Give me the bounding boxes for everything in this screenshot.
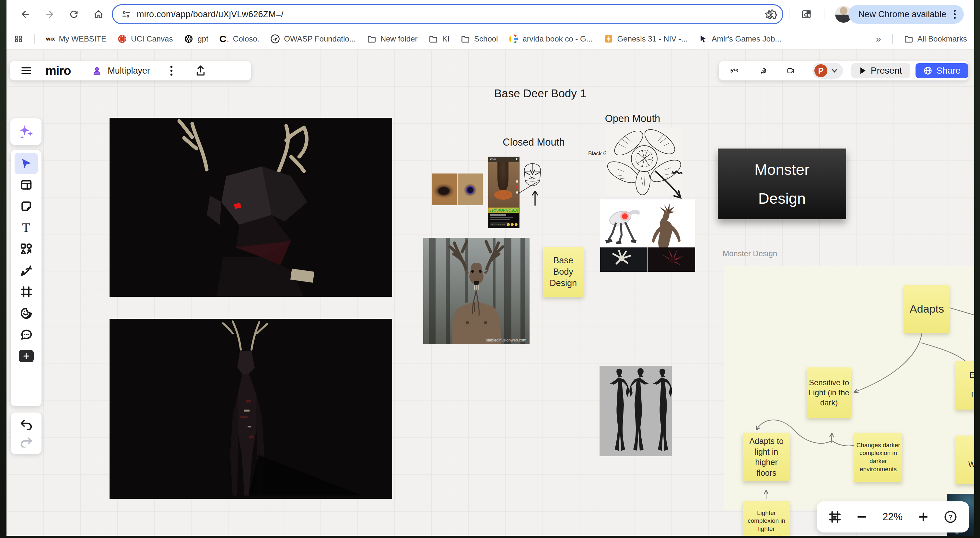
- shapes-tool[interactable]: [14, 238, 38, 260]
- bookmark-new-folder[interactable]: New folder: [367, 34, 418, 44]
- export-board-icon[interactable]: [196, 65, 206, 76]
- bookmark-coloso[interactable]: C. Coloso.: [220, 34, 259, 44]
- text-tool[interactable]: T: [14, 217, 38, 238]
- creation-toolbar: T: [11, 150, 41, 406]
- side-panel-search-icon[interactable]: [800, 8, 813, 21]
- wix-icon: wix: [46, 36, 55, 42]
- extensions-icon[interactable]: [766, 8, 779, 21]
- bookmark-uci-canvas[interactable]: UCI Canvas: [117, 34, 173, 44]
- bookmark-genesis[interactable]: Genesis 31 - NIV -...: [604, 34, 688, 44]
- miro-logo[interactable]: miro: [45, 64, 71, 78]
- sticker-tool[interactable]: [14, 303, 38, 324]
- zoom-level[interactable]: 22%: [883, 511, 902, 523]
- bookmarks-overflow-chevron[interactable]: »: [876, 34, 881, 45]
- svg-text:?: ?: [948, 513, 953, 521]
- canvas-heading[interactable]: Base Deer Body 1: [472, 87, 608, 100]
- forward-icon[interactable]: [43, 8, 56, 21]
- bookmark-school[interactable]: School: [460, 34, 498, 44]
- deer-eyes-image[interactable]: [432, 174, 483, 205]
- board-title[interactable]: Multiplayer: [108, 66, 150, 76]
- adapts-sticky[interactable]: Adapts: [904, 285, 950, 333]
- main-menu-button[interactable]: [21, 67, 31, 75]
- bookmark-arvida[interactable]: arvida book co - G...: [509, 34, 592, 44]
- sticky-note-tool[interactable]: [14, 196, 38, 217]
- chrome-update-button[interactable]: New Chrome available: [848, 5, 964, 24]
- bookmark-my-website[interactable]: wix My WEBSITE: [46, 34, 106, 43]
- reactions-doodle-icon[interactable]: [730, 65, 738, 77]
- share-button[interactable]: Share: [915, 63, 968, 78]
- zoom-out-icon[interactable]: [856, 511, 867, 522]
- coloso-icon: C.: [220, 34, 229, 44]
- comment-tool[interactable]: [14, 324, 38, 345]
- templates-tool[interactable]: [14, 174, 38, 196]
- help-icon[interactable]: ?: [944, 510, 957, 524]
- chrome-update-label: New Chrome available: [858, 10, 946, 19]
- closed-mouth-label[interactable]: Closed Mouth: [469, 137, 598, 148]
- fit-to-screen-icon[interactable]: [828, 511, 841, 524]
- add-more-tools-button[interactable]: [14, 345, 38, 367]
- chrome-menu-dots-icon[interactable]: [953, 9, 956, 20]
- multiplayer-user-icon: [92, 66, 102, 75]
- deer-body-render-image[interactable]: [110, 319, 392, 499]
- user-avatar-menu[interactable]: P: [813, 62, 843, 79]
- changes-darker-sticky[interactable]: Changes darker complexion in darker envi…: [854, 433, 902, 482]
- folder-icon: [460, 34, 470, 44]
- base-body-design-sticky[interactable]: Base Body Design: [543, 247, 584, 297]
- phone-video-screenshot-image[interactable]: 2:54▮ TRYPOPHOBIA Add comment...: [488, 156, 520, 228]
- folder-icon: [904, 34, 913, 44]
- chat-icon[interactable]: [760, 64, 767, 77]
- chevron-down-icon: [831, 69, 838, 73]
- bookmark-gpt[interactable]: gpt: [184, 34, 208, 44]
- video-caption: TRYPOPHOBIA: [490, 208, 518, 213]
- zoom-in-icon[interactable]: [918, 511, 929, 522]
- frame-label[interactable]: Monster Design: [723, 249, 777, 258]
- phone-status-icons: ▮: [516, 157, 517, 162]
- present-button[interactable]: Present: [851, 63, 911, 78]
- echo-sticky-clipped[interactable]: Echol S Perc: [955, 361, 974, 410]
- all-bookmarks-button[interactable]: All Bookmarks: [904, 34, 967, 44]
- folder-icon: [428, 34, 438, 44]
- back-icon[interactable]: [19, 8, 32, 21]
- deer-snout-shape: [498, 162, 509, 192]
- food-bowl-shape: [494, 190, 512, 200]
- bookmark-owasp[interactable]: OWASP Foundatio...: [270, 34, 355, 44]
- browser-window: miro.com/app/board/uXjVLw626ZM=/ New Chr…: [6, 0, 974, 536]
- openai-icon: [184, 34, 194, 44]
- video-call-icon[interactable]: [787, 65, 794, 76]
- sensitive-to-light-sticky[interactable]: Sensitive to Light (in the dark): [807, 367, 851, 418]
- redo-icon[interactable]: [20, 436, 33, 447]
- ai-assistant-button[interactable]: [10, 118, 41, 145]
- miro-board-canvas[interactable]: Base Deer Body 1 Closed Mouth Open Mouth…: [6, 49, 974, 536]
- undo-icon[interactable]: [20, 419, 33, 430]
- deer-man-image[interactable]: stablediffusionweb.com: [423, 238, 530, 344]
- folder-icon: [367, 34, 377, 44]
- apps-grid-icon[interactable]: [14, 34, 23, 44]
- frame-tool[interactable]: [14, 281, 38, 303]
- site-settings-icon[interactable]: [121, 10, 131, 19]
- reload-icon[interactable]: [67, 8, 80, 21]
- silhouette-turnaround-image[interactable]: [600, 366, 672, 456]
- deer-head-render-image[interactable]: [110, 118, 392, 297]
- pen-tool[interactable]: [14, 260, 38, 281]
- adapts-to-light-sticky[interactable]: Adapts to light in higher floors: [743, 433, 790, 481]
- lighter-complexion-sticky[interactable]: Lighter complexion in lighter environmen…: [743, 501, 790, 536]
- home-icon[interactable]: [92, 8, 105, 21]
- play-icon: [860, 67, 866, 75]
- board-options-icon[interactable]: [170, 65, 173, 76]
- monster-design-title-card[interactable]: Monster Design: [718, 148, 846, 219]
- whale-sticky-clipped[interactable]: So Whale: [955, 436, 974, 484]
- url-text[interactable]: miro.com/app/board/uXjVLw626ZM=/: [137, 10, 283, 19]
- bookmarks-bar: wix My WEBSITE UCI Canvas gpt C. Coloso.…: [6, 29, 974, 49]
- bookmark-amirs-games[interactable]: Amir's Games Job...: [699, 34, 781, 43]
- open-mouth-label[interactable]: Open Mouth: [568, 113, 697, 125]
- canvas-icon: [117, 34, 127, 44]
- ai-sparkle-icon: [18, 123, 34, 140]
- cursor-icon: [699, 34, 708, 43]
- select-tool[interactable]: [14, 153, 38, 174]
- url-bar[interactable]: miro.com/app/board/uXjVLw626ZM=/: [112, 4, 783, 24]
- bookmark-ki[interactable]: KI: [428, 34, 450, 44]
- toolbar-divider: [789, 10, 789, 19]
- collaboration-toolbar-card: P Present Share: [719, 61, 968, 80]
- image-watermark: stablediffusionweb.com: [486, 338, 526, 342]
- reference-collage-image[interactable]: [600, 200, 695, 272]
